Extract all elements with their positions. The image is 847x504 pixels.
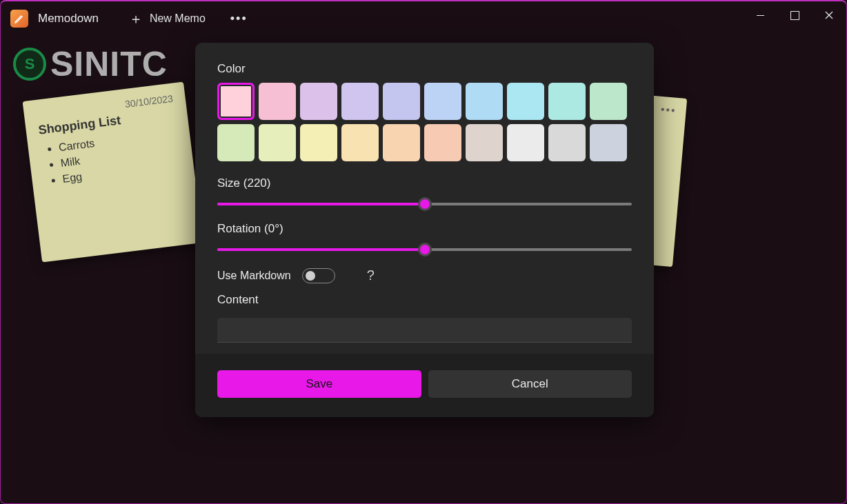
new-memo-dialog: Color Size (220) Rotation (0°) Use Markd… bbox=[195, 43, 654, 417]
color-swatch[interactable] bbox=[590, 124, 627, 161]
plus-icon: ＋ bbox=[129, 10, 143, 28]
size-label: Size (220) bbox=[217, 177, 632, 190]
color-swatch[interactable] bbox=[300, 83, 337, 120]
titlebar: Memodown ＋ New Memo ••• bbox=[1, 1, 846, 36]
app-icon bbox=[10, 10, 28, 28]
color-swatch[interactable] bbox=[259, 83, 296, 120]
note-menu-icon[interactable]: ••• bbox=[660, 103, 677, 117]
shopping-list-note[interactable]: 30/10/2023 Shopping List Carrots Milk Eg… bbox=[23, 82, 203, 263]
close-button[interactable] bbox=[812, 1, 846, 29]
dialog-footer: Save Cancel bbox=[195, 354, 654, 417]
color-label: Color bbox=[217, 62, 632, 76]
color-swatch[interactable] bbox=[466, 124, 503, 161]
content-input[interactable] bbox=[217, 318, 632, 343]
rotation-label: Rotation (0°) bbox=[217, 222, 632, 236]
content-label: Content bbox=[217, 293, 632, 307]
help-icon[interactable]: ? bbox=[367, 268, 375, 283]
color-swatch[interactable] bbox=[217, 124, 255, 161]
color-swatch[interactable] bbox=[383, 83, 420, 120]
window-controls bbox=[743, 1, 846, 29]
watermark-badge: S bbox=[13, 48, 46, 81]
color-swatch[interactable] bbox=[341, 83, 379, 120]
app-title: Memodown bbox=[38, 12, 99, 26]
color-swatch[interactable] bbox=[548, 124, 586, 161]
size-slider-thumb[interactable] bbox=[418, 197, 432, 211]
maximize-button[interactable] bbox=[777, 1, 812, 29]
cancel-button[interactable]: Cancel bbox=[428, 370, 632, 398]
note-list: Carrots Milk Egg bbox=[58, 125, 182, 187]
color-swatch[interactable] bbox=[300, 124, 337, 161]
color-swatch[interactable] bbox=[341, 124, 379, 161]
color-swatch[interactable] bbox=[590, 83, 627, 120]
more-menu[interactable]: ••• bbox=[230, 12, 248, 26]
color-swatch[interactable] bbox=[217, 83, 255, 120]
color-swatch[interactable] bbox=[507, 124, 544, 161]
color-swatch[interactable] bbox=[466, 83, 503, 120]
color-swatch[interactable] bbox=[507, 83, 544, 120]
color-swatch[interactable] bbox=[548, 83, 586, 120]
color-swatch[interactable] bbox=[383, 124, 420, 161]
markdown-toggle[interactable] bbox=[302, 268, 335, 283]
new-memo-label: New Memo bbox=[150, 12, 206, 25]
size-slider[interactable] bbox=[217, 203, 632, 205]
color-swatch[interactable] bbox=[259, 124, 296, 161]
watermark: S SINITC bbox=[13, 44, 168, 84]
save-button[interactable]: Save bbox=[217, 370, 421, 398]
new-memo-button[interactable]: ＋ New Memo bbox=[122, 7, 212, 31]
watermark-text: SINITC bbox=[50, 44, 168, 84]
color-swatch[interactable] bbox=[424, 124, 461, 161]
markdown-label: Use Markdown bbox=[217, 270, 291, 282]
color-swatch[interactable] bbox=[424, 83, 461, 120]
rotation-slider-thumb[interactable] bbox=[418, 243, 432, 256]
color-swatches bbox=[217, 83, 632, 161]
rotation-slider[interactable] bbox=[217, 248, 632, 251]
minimize-button[interactable] bbox=[743, 1, 777, 29]
